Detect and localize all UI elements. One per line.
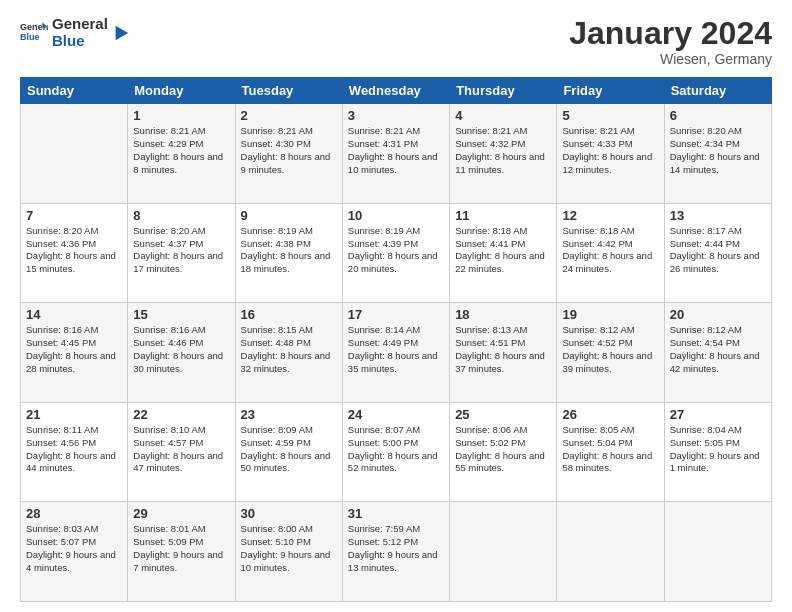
cell-content: Sunrise: 8:04 AMSunset: 5:05 PMDaylight:… (670, 424, 766, 475)
day-number: 2 (241, 108, 337, 123)
calendar-cell: 6Sunrise: 8:20 AMSunset: 4:34 PMDaylight… (664, 104, 771, 204)
cell-content: Sunrise: 8:16 AMSunset: 4:46 PMDaylight:… (133, 324, 229, 375)
day-number: 15 (133, 307, 229, 322)
calendar-row-1: 7Sunrise: 8:20 AMSunset: 4:36 PMDaylight… (21, 203, 772, 303)
cell-content: Sunrise: 8:20 AMSunset: 4:37 PMDaylight:… (133, 225, 229, 276)
cell-content: Sunrise: 8:06 AMSunset: 5:02 PMDaylight:… (455, 424, 551, 475)
calendar-table: Sunday Monday Tuesday Wednesday Thursday… (20, 77, 772, 602)
cell-content: Sunrise: 8:11 AMSunset: 4:56 PMDaylight:… (26, 424, 122, 475)
calendar-cell (21, 104, 128, 204)
calendar-cell: 21Sunrise: 8:11 AMSunset: 4:56 PMDayligh… (21, 402, 128, 502)
calendar-cell: 1Sunrise: 8:21 AMSunset: 4:29 PMDaylight… (128, 104, 235, 204)
day-number: 7 (26, 208, 122, 223)
day-number: 9 (241, 208, 337, 223)
day-number: 4 (455, 108, 551, 123)
calendar-cell: 14Sunrise: 8:16 AMSunset: 4:45 PMDayligh… (21, 303, 128, 403)
calendar-cell: 28Sunrise: 8:03 AMSunset: 5:07 PMDayligh… (21, 502, 128, 602)
month-title: January 2024 (569, 16, 772, 51)
calendar-cell: 24Sunrise: 8:07 AMSunset: 5:00 PMDayligh… (342, 402, 449, 502)
header-row: Sunday Monday Tuesday Wednesday Thursday… (21, 78, 772, 104)
calendar-cell: 8Sunrise: 8:20 AMSunset: 4:37 PMDaylight… (128, 203, 235, 303)
location: Wiesen, Germany (569, 51, 772, 67)
calendar-cell: 11Sunrise: 8:18 AMSunset: 4:41 PMDayligh… (450, 203, 557, 303)
cell-content: Sunrise: 8:03 AMSunset: 5:07 PMDaylight:… (26, 523, 122, 574)
col-wednesday: Wednesday (342, 78, 449, 104)
day-number: 30 (241, 506, 337, 521)
day-number: 8 (133, 208, 229, 223)
logo: General Blue General Blue (20, 16, 130, 49)
calendar-cell: 31Sunrise: 7:59 AMSunset: 5:12 PMDayligh… (342, 502, 449, 602)
day-number: 24 (348, 407, 444, 422)
day-number: 23 (241, 407, 337, 422)
col-friday: Friday (557, 78, 664, 104)
calendar-row-4: 28Sunrise: 8:03 AMSunset: 5:07 PMDayligh… (21, 502, 772, 602)
calendar-cell: 4Sunrise: 8:21 AMSunset: 4:32 PMDaylight… (450, 104, 557, 204)
col-saturday: Saturday (664, 78, 771, 104)
cell-content: Sunrise: 8:21 AMSunset: 4:33 PMDaylight:… (562, 125, 658, 176)
calendar-cell: 13Sunrise: 8:17 AMSunset: 4:44 PMDayligh… (664, 203, 771, 303)
logo-icon: General Blue (20, 19, 48, 47)
cell-content: Sunrise: 8:18 AMSunset: 4:42 PMDaylight:… (562, 225, 658, 276)
calendar-cell: 22Sunrise: 8:10 AMSunset: 4:57 PMDayligh… (128, 402, 235, 502)
calendar-cell: 10Sunrise: 8:19 AMSunset: 4:39 PMDayligh… (342, 203, 449, 303)
day-number: 27 (670, 407, 766, 422)
cell-content: Sunrise: 8:05 AMSunset: 5:04 PMDaylight:… (562, 424, 658, 475)
cell-content: Sunrise: 8:12 AMSunset: 4:52 PMDaylight:… (562, 324, 658, 375)
col-sunday: Sunday (21, 78, 128, 104)
cell-content: Sunrise: 8:21 AMSunset: 4:32 PMDaylight:… (455, 125, 551, 176)
cell-content: Sunrise: 8:18 AMSunset: 4:41 PMDaylight:… (455, 225, 551, 276)
day-number: 25 (455, 407, 551, 422)
svg-marker-3 (115, 25, 128, 39)
calendar-cell: 3Sunrise: 8:21 AMSunset: 4:31 PMDaylight… (342, 104, 449, 204)
day-number: 11 (455, 208, 551, 223)
logo-general: General (52, 16, 108, 33)
calendar-cell: 23Sunrise: 8:09 AMSunset: 4:59 PMDayligh… (235, 402, 342, 502)
cell-content: Sunrise: 8:01 AMSunset: 5:09 PMDaylight:… (133, 523, 229, 574)
calendar-cell: 18Sunrise: 8:13 AMSunset: 4:51 PMDayligh… (450, 303, 557, 403)
day-number: 14 (26, 307, 122, 322)
cell-content: Sunrise: 8:07 AMSunset: 5:00 PMDaylight:… (348, 424, 444, 475)
cell-content: Sunrise: 8:17 AMSunset: 4:44 PMDaylight:… (670, 225, 766, 276)
calendar-cell: 7Sunrise: 8:20 AMSunset: 4:36 PMDaylight… (21, 203, 128, 303)
day-number: 16 (241, 307, 337, 322)
cell-content: Sunrise: 8:12 AMSunset: 4:54 PMDaylight:… (670, 324, 766, 375)
cell-content: Sunrise: 8:10 AMSunset: 4:57 PMDaylight:… (133, 424, 229, 475)
calendar-cell: 19Sunrise: 8:12 AMSunset: 4:52 PMDayligh… (557, 303, 664, 403)
calendar-cell: 2Sunrise: 8:21 AMSunset: 4:30 PMDaylight… (235, 104, 342, 204)
calendar-cell: 20Sunrise: 8:12 AMSunset: 4:54 PMDayligh… (664, 303, 771, 403)
cell-content: Sunrise: 8:19 AMSunset: 4:39 PMDaylight:… (348, 225, 444, 276)
day-number: 18 (455, 307, 551, 322)
day-number: 3 (348, 108, 444, 123)
cell-content: Sunrise: 8:14 AMSunset: 4:49 PMDaylight:… (348, 324, 444, 375)
logo-blue: Blue (52, 33, 108, 50)
day-number: 19 (562, 307, 658, 322)
day-number: 20 (670, 307, 766, 322)
calendar-cell: 9Sunrise: 8:19 AMSunset: 4:38 PMDaylight… (235, 203, 342, 303)
day-number: 26 (562, 407, 658, 422)
cell-content: Sunrise: 8:20 AMSunset: 4:36 PMDaylight:… (26, 225, 122, 276)
logo-arrow-icon (112, 24, 130, 42)
day-number: 17 (348, 307, 444, 322)
cell-content: Sunrise: 8:20 AMSunset: 4:34 PMDaylight:… (670, 125, 766, 176)
col-tuesday: Tuesday (235, 78, 342, 104)
calendar-cell: 29Sunrise: 8:01 AMSunset: 5:09 PMDayligh… (128, 502, 235, 602)
calendar-cell (664, 502, 771, 602)
calendar-cell (450, 502, 557, 602)
day-number: 21 (26, 407, 122, 422)
day-number: 31 (348, 506, 444, 521)
day-number: 1 (133, 108, 229, 123)
calendar-cell: 26Sunrise: 8:05 AMSunset: 5:04 PMDayligh… (557, 402, 664, 502)
day-number: 28 (26, 506, 122, 521)
calendar-cell: 12Sunrise: 8:18 AMSunset: 4:42 PMDayligh… (557, 203, 664, 303)
calendar-row-3: 21Sunrise: 8:11 AMSunset: 4:56 PMDayligh… (21, 402, 772, 502)
calendar-cell: 27Sunrise: 8:04 AMSunset: 5:05 PMDayligh… (664, 402, 771, 502)
calendar-row-0: 1Sunrise: 8:21 AMSunset: 4:29 PMDaylight… (21, 104, 772, 204)
svg-text:Blue: Blue (20, 32, 40, 42)
calendar-cell: 16Sunrise: 8:15 AMSunset: 4:48 PMDayligh… (235, 303, 342, 403)
cell-content: Sunrise: 8:21 AMSunset: 4:30 PMDaylight:… (241, 125, 337, 176)
cell-content: Sunrise: 8:00 AMSunset: 5:10 PMDaylight:… (241, 523, 337, 574)
day-number: 12 (562, 208, 658, 223)
cell-content: Sunrise: 8:15 AMSunset: 4:48 PMDaylight:… (241, 324, 337, 375)
page: General Blue General Blue January 2024 W… (0, 0, 792, 612)
col-monday: Monday (128, 78, 235, 104)
